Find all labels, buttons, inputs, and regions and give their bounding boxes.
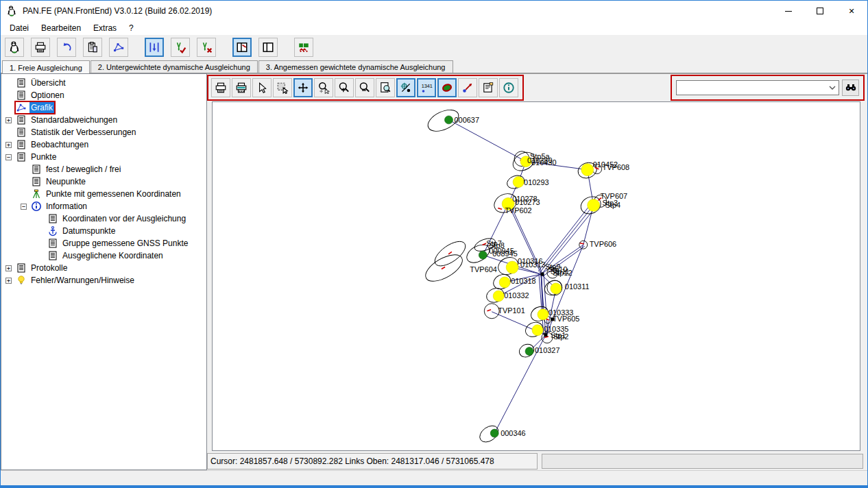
new-point-dot[interactable] xyxy=(532,325,543,336)
tree-item-statistik-der-verbesserungen[interactable]: Statistik der Verbesserungen xyxy=(29,127,137,138)
pan-logo-button[interactable] xyxy=(5,38,24,57)
zoom-out-button[interactable] xyxy=(355,78,374,97)
tree-item-ausgeglichene-koordinaten[interactable]: Ausgeglichene Koordinaten xyxy=(61,250,165,261)
minimize-icon xyxy=(785,11,792,12)
new-point-dot[interactable] xyxy=(499,277,510,288)
menu-item-bearbeiten[interactable]: Bearbeiten xyxy=(35,22,87,34)
new-point-dot[interactable] xyxy=(538,309,548,320)
toggle-error-ellipses-button[interactable] xyxy=(437,78,457,97)
graphic-icon xyxy=(16,102,27,113)
adjustment-accept-button[interactable] xyxy=(171,38,190,57)
point-search-combobox[interactable] xyxy=(676,80,839,95)
new-point-dot[interactable] xyxy=(581,164,594,176)
tree-item-beobachtungen[interactable]: Beobachtungen xyxy=(29,139,90,150)
properties-button[interactable] xyxy=(479,78,498,97)
print-setup-button[interactable] xyxy=(232,78,251,97)
tree-row: Gruppe gemessene GNSS Punkte xyxy=(1,237,206,249)
print-button[interactable] xyxy=(31,38,50,57)
print-button[interactable] xyxy=(211,78,230,97)
chart-view-button[interactable] xyxy=(294,38,313,57)
pan-button[interactable] xyxy=(293,78,313,97)
doc-icon xyxy=(16,139,27,150)
toggle-vectors-button[interactable] xyxy=(458,78,477,97)
annotation-box-red: Grafik xyxy=(16,102,54,113)
tree-item-punkte-mit-gemessenen-koordinaten[interactable]: Punkte mit gemessenen Koordinaten xyxy=(45,188,182,199)
network-plot-canvas[interactable]: 000637Stp5a010280010430010452TVP60801029… xyxy=(212,101,860,451)
select-cursor-button[interactable] xyxy=(252,78,272,97)
tree-item-koordinaten-vor-der-ausgleichung[interactable]: Koordinaten vor der Ausgleichung xyxy=(61,213,187,224)
tree-item-gruppe-gemessene-gnss-punkte[interactable]: Gruppe gemessene GNSS Punkte xyxy=(61,238,189,249)
search-annotation-box xyxy=(671,75,865,101)
collapse-icon[interactable]: − xyxy=(5,154,12,160)
doc-icon xyxy=(16,77,27,88)
tab-2[interactable]: 2. Untergewichtete dynamische Ausgleichu… xyxy=(91,60,258,73)
vector-arrow-icon xyxy=(461,82,474,94)
adjustment-reject-button[interactable] xyxy=(197,38,216,57)
toggle-points-button[interactable] xyxy=(396,78,415,97)
find-point-button[interactable] xyxy=(842,80,859,96)
tree-item-grafik[interactable]: Grafik xyxy=(29,102,54,113)
tab-3[interactable]: 3. Angemessen gewichtete dynamische Ausg… xyxy=(258,60,453,73)
zoom-fit-button[interactable] xyxy=(376,78,395,97)
free-adjustment-button[interactable] xyxy=(145,38,164,57)
tree-item-neupunkte[interactable]: Neupunkte xyxy=(45,176,87,187)
maximize-button[interactable] xyxy=(804,1,836,21)
tree-item-punkte[interactable]: Punkte xyxy=(29,151,58,162)
fixed-point-dot[interactable] xyxy=(479,251,487,259)
undo-icon xyxy=(60,41,73,53)
expand-icon[interactable]: + xyxy=(5,265,12,271)
tree-item-fehler-warnungen-hinweise[interactable]: Fehler/Warnungen/Hinweise xyxy=(29,275,136,286)
layout-vertical-button[interactable] xyxy=(258,38,278,57)
tree-item-optionen[interactable]: Optionen xyxy=(29,90,66,101)
new-point-dot[interactable] xyxy=(588,199,600,211)
tree-item-datumspunkte[interactable]: Datumspunkte xyxy=(61,225,117,236)
expand-icon[interactable]: + xyxy=(5,117,12,123)
tab-1[interactable]: 1. Freie Ausgleichung xyxy=(2,60,90,73)
expand-icon[interactable]: + xyxy=(5,142,12,148)
tree-row: −Punkte xyxy=(1,151,206,163)
select-region-button[interactable] xyxy=(273,78,292,97)
minimize-button[interactable] xyxy=(773,1,804,21)
menu-item-[interactable]: ? xyxy=(123,22,140,34)
tree-row: +Fehler/Warnungen/Hinweise xyxy=(1,274,206,286)
toggle-point-numbers-button[interactable]: 1341 xyxy=(417,78,436,97)
expand-icon[interactable]: + xyxy=(5,278,12,284)
layout-horizontal-button[interactable] xyxy=(232,38,252,57)
info-button[interactable] xyxy=(499,78,518,97)
tree-row: +Standardabweichungen xyxy=(1,114,206,126)
tree-item-standardabweichungen[interactable]: Standardabweichungen xyxy=(29,114,119,125)
fixed-point-dot[interactable] xyxy=(445,116,453,124)
menu-item-datei[interactable]: Datei xyxy=(3,22,35,34)
fixed-point-dot[interactable] xyxy=(525,347,533,356)
tree-row: Ausgeglichene Koordinaten xyxy=(1,249,206,262)
close-icon: ✕ xyxy=(848,7,854,16)
close-button[interactable]: ✕ xyxy=(836,1,867,21)
fixed-point-dot[interactable] xyxy=(490,429,498,437)
chevron-down-icon[interactable] xyxy=(826,81,839,95)
new-point-dot[interactable] xyxy=(513,177,524,188)
search-input[interactable] xyxy=(677,82,826,94)
menu-item-extras[interactable]: Extras xyxy=(87,22,123,34)
report-copy-button[interactable] xyxy=(83,38,102,57)
pan-icon xyxy=(297,82,309,94)
undo-button[interactable] xyxy=(57,38,76,57)
collapse-icon[interactable]: − xyxy=(21,204,27,210)
new-point-dot[interactable] xyxy=(551,283,562,294)
doc-icon xyxy=(31,176,42,187)
doc-icon xyxy=(16,127,27,138)
zoom-in-button[interactable] xyxy=(335,78,354,97)
tree-row: Punkte mit gemessenen Koordinaten xyxy=(1,188,206,200)
new-point-dot[interactable] xyxy=(506,261,518,273)
tree-item-fest-beweglich-frei[interactable]: fest / beweglich / frei xyxy=(45,164,122,175)
point-label: 010332 xyxy=(504,291,529,300)
tree-item-information[interactable]: Information xyxy=(45,201,88,212)
tree-item-bersicht[interactable]: Übersicht xyxy=(29,77,67,88)
cursor-coordinates: Cursor: 2481857.648 / 5730892.282 Links … xyxy=(207,453,538,469)
new-point-dot[interactable] xyxy=(493,291,504,302)
svg-text:1341: 1341 xyxy=(422,83,433,89)
network-graphic-button[interactable] xyxy=(109,38,128,57)
point-label: 010313 xyxy=(520,260,546,269)
bulb-icon xyxy=(16,275,27,286)
zoom-window-button[interactable] xyxy=(314,78,333,97)
tree-item-protokolle[interactable]: Protokolle xyxy=(29,263,69,273)
